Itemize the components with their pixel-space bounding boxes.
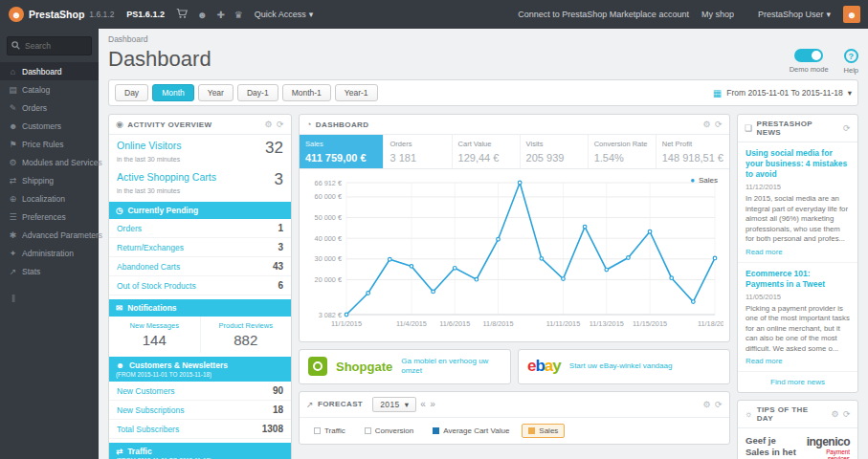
trophy-icon[interactable]: ♛ [234,10,243,20]
user-menu[interactable]: PrestaShop User ▾ [758,10,831,19]
forecast-panel: ↗ FORECAST 2015 ▾ « » ⚙ ⟳ Traffic Conver… [299,391,730,445]
sidebar-item-catalog[interactable]: ▤Catalog [0,80,99,98]
forecast-legend-label: Conversion [375,426,413,435]
ebay-ad: ebay Start uw eBay-winkel vandaag [518,349,730,384]
kpi-orders[interactable]: Orders3 181 [383,135,451,168]
localization-icon: ⊕ [9,194,17,204]
online-visitors-stat: Online Visitors 32 in the last 30 minute… [109,135,291,166]
find-more-news-link[interactable]: Find more news [738,372,857,392]
sidebar-item-localization[interactable]: ⊕Localization [0,189,99,208]
sidebar-item-price-rules[interactable]: ⚑Price Rules [0,135,99,153]
forecast-year-select[interactable]: 2015 ▾ [372,397,416,412]
kpi-net-profit[interactable]: Net Profit148 918,51 € [656,135,729,168]
sidebar-item-label: Localization [22,194,65,204]
range-year-button[interactable]: Year [198,84,234,101]
forecast-legend-sales[interactable]: Sales [522,424,565,438]
range-month-1-button[interactable]: Month-1 [282,84,331,101]
quick-access-menu[interactable]: Quick Access ▾ [255,10,314,19]
online-visitors-link[interactable]: Online Visitors [117,140,182,151]
ebay-link[interactable]: Start uw eBay-winkel vandaag [569,361,673,371]
product-reviews-label: Product Reviews [205,321,288,330]
price-rules-icon: ⚑ [9,140,17,149]
online-visitors-value: 32 [265,140,283,156]
add-icon[interactable]: ✚ [216,10,224,20]
range-day-1-button[interactable]: Day-1 [237,84,278,101]
shop-name[interactable]: PS1.6.1.2 [126,10,165,19]
refresh-icon[interactable]: ⟳ [277,120,284,129]
forecast-legend-average-cart-value[interactable]: Average Cart Value [426,424,516,438]
kpi-visits[interactable]: Visits205 939 [520,135,588,168]
pending-returns-link[interactable]: Return/Exchanges [117,243,184,252]
read-more-link[interactable]: Read more [746,357,850,365]
breadcrumb[interactable]: Dashboard [108,33,858,47]
forecast-year-value: 2015 [380,400,400,409]
range-year-1-button[interactable]: Year-1 [335,84,378,101]
sidebar-item-administration[interactable]: ✦Administration [0,244,99,262]
person-icon[interactable]: ☻ [197,10,208,20]
advanced-parameters-icon: ✱ [9,230,17,240]
sidebar-item-label: Shipping [22,176,54,186]
kpi-sales[interactable]: Sales411 759,00 € [300,135,383,168]
sidebar-item-modules[interactable]: ⚙Modules and Services [0,153,99,171]
sidebar-item-preferences[interactable]: ☰Preferences [0,208,99,226]
gear-icon[interactable]: ⚙ [703,120,711,129]
notifications-grid: New Messages 144 Product Reviews 882 [109,317,291,353]
refresh-icon[interactable]: ⟳ [843,123,851,133]
sidebar-item-label: Orders [22,103,47,113]
sidebar-item-advanced-parameters[interactable]: ✱Advanced Parameters [0,226,99,244]
gear-icon[interactable]: ⚙ [703,400,711,409]
marketplace-link[interactable]: Connect to PrestaShop Marketplace accoun… [518,10,689,19]
next-icon[interactable]: » [430,399,435,409]
total-subscribers-link[interactable]: Total Subscribers [117,425,179,434]
my-shop-link[interactable]: My shop [701,10,734,19]
new-messages-label: New Messages [113,321,196,330]
forecast-legend-traffic[interactable]: Traffic [307,424,352,438]
refresh-icon[interactable]: ⟳ [715,120,723,129]
range-month-button[interactable]: Month [152,84,194,101]
new-subscriptions-link[interactable]: New Subscriptions [117,405,184,415]
prev-icon[interactable]: « [420,399,426,409]
customers-newsletters-title: Customers & Newsletters [129,361,228,370]
tips-title: TIPS OF THE DAY [757,405,824,423]
read-more-link[interactable]: Read more [746,248,850,256]
pending-orders-link[interactable]: Orders [117,224,142,233]
news-article-title-link[interactable]: Using social media for your business: 4 … [746,148,850,180]
active-carts-sub: in the last 30 minutes [117,187,283,194]
chevron-down-icon: ▾ [309,10,314,19]
collapse-sidebar-icon[interactable]: ‖ [0,294,99,304]
sidebar-item-shipping[interactable]: ⇄Shipping [0,171,99,189]
gear-icon[interactable]: ⚙ [265,120,273,129]
shopgate-ad: Shopgate Ga mobiel en verhoog uw omzet [299,349,511,384]
refresh-icon[interactable]: ⟳ [843,409,851,419]
cart-icon[interactable] [176,8,188,21]
new-customers-link[interactable]: New Customers [117,386,174,396]
date-range-picker[interactable]: ▦ From 2015-11-01 To 2015-11-18 ▾ [713,88,852,98]
product-reviews-cell[interactable]: Product Reviews 882 [201,317,292,353]
active-carts-link[interactable]: Active Shopping Carts [117,171,216,183]
abandoned-carts-link[interactable]: Abandoned Carts [117,262,180,272]
kpi-label: Cart Value [458,140,514,148]
help-icon[interactable]: ? [844,49,858,63]
gear-icon[interactable]: ⚙ [832,409,839,419]
kpi-value: 148 918,51 € [662,152,723,164]
shopgate-logo-icon [308,357,327,376]
sidebar-item-stats[interactable]: ↗Stats [0,262,99,280]
kpi-cart-value[interactable]: Cart Value129,44 € [452,135,520,168]
refresh-icon[interactable]: ⟳ [715,400,723,409]
demo-mode-toggle[interactable] [794,49,823,62]
range-day-button[interactable]: Day [115,84,148,101]
news-article-title-link[interactable]: Ecommerce 101: Payments in a Tweet [746,269,850,290]
new-messages-cell[interactable]: New Messages 144 [109,317,201,353]
sidebar-item-customers[interactable]: ☻Customers [0,117,99,135]
sidebar-item-dashboard[interactable]: ⌂Dashboard [0,62,99,80]
svg-text:11/18/2015: 11/18/2015 [698,319,723,328]
kpi-conversion-rate[interactable]: Conversion Rate1.54% [588,135,656,168]
sidebar-item-orders[interactable]: ✎Orders [0,98,99,117]
out-of-stock-value: 6 [278,280,283,291]
kpi-value: 205 939 [526,152,582,164]
chart-legend[interactable]: ● Sales [690,176,718,185]
forecast-legend-conversion[interactable]: Conversion [358,424,420,438]
shopgate-link[interactable]: Ga mobiel en verhoog uw omzet [401,357,501,377]
out-of-stock-link[interactable]: Out of Stock Products [117,281,196,291]
main: Dashboard Dashboard Demo mode ? Help Day… [99,29,868,459]
